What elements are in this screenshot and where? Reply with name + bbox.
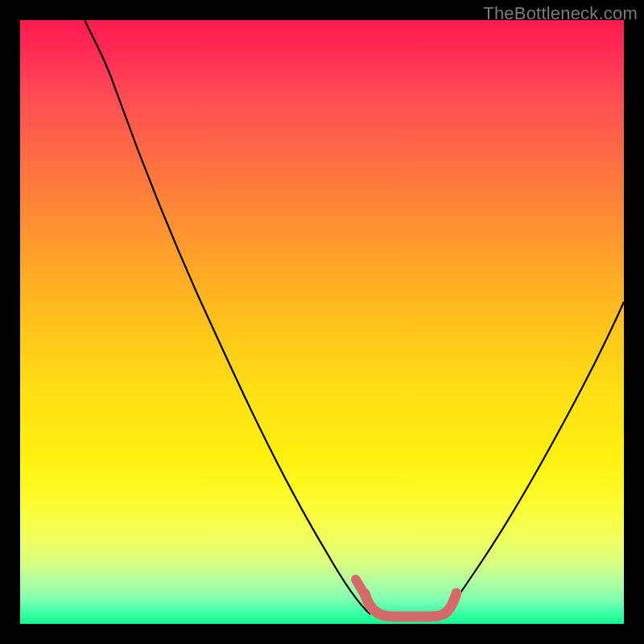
plot-area (20, 20, 624, 624)
right-curve-path (445, 302, 624, 614)
left-curve-path (85, 20, 370, 614)
marker-left-tick (356, 580, 364, 593)
chart-container: TheBottleneck.com (0, 0, 644, 644)
chart-svg (20, 20, 624, 624)
marker-segment-path (365, 593, 456, 617)
